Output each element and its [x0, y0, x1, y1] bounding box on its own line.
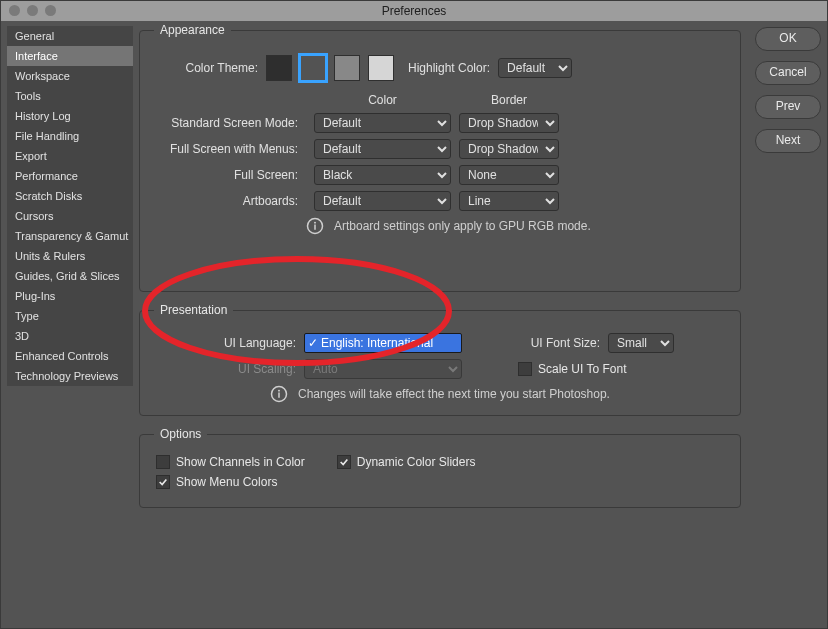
appearance-group: Appearance Color Theme: Highlight Color:… — [139, 30, 741, 292]
checkmark-icon: ✓ — [305, 336, 321, 350]
presentation-group: Presentation UI Language: ✓ English: Int… — [139, 310, 741, 416]
fullscreen-menus-color-select[interactable]: Default — [314, 139, 451, 159]
svg-point-1 — [314, 222, 316, 224]
sidebar-item-interface[interactable]: Interface — [7, 46, 133, 66]
color-theme-swatch-2[interactable] — [334, 55, 360, 81]
standard-screen-label: Standard Screen Mode: — [156, 116, 306, 130]
title-bar: Preferences — [1, 1, 827, 21]
category-sidebar: GeneralInterfaceWorkspaceToolsHistory Lo… — [7, 26, 133, 386]
sidebar-item-tools[interactable]: Tools — [7, 86, 133, 106]
fullscreen-label: Full Screen: — [156, 168, 306, 182]
zoom-window-button[interactable] — [45, 5, 56, 16]
options-group: Options Show Channels in Color Dynamic C… — [139, 434, 741, 508]
sidebar-item-type[interactable]: Type — [7, 306, 133, 326]
ui-language-label: UI Language: — [156, 336, 304, 350]
ui-language-value: English: International — [321, 336, 433, 350]
color-theme-label: Color Theme: — [156, 61, 266, 75]
sidebar-item-general[interactable]: General — [7, 26, 133, 46]
info-icon — [270, 385, 288, 403]
sidebar-item-3d[interactable]: 3D — [7, 326, 133, 346]
scale-ui-checkbox[interactable] — [518, 362, 532, 376]
sidebar-item-guides-grid-slices[interactable]: Guides, Grid & Slices — [7, 266, 133, 286]
fullscreen-color-select[interactable]: Black — [314, 165, 451, 185]
fullscreen-menus-border-select[interactable]: Drop Shadow — [459, 139, 559, 159]
sidebar-item-cursors[interactable]: Cursors — [7, 206, 133, 226]
highlight-color-label: Highlight Color: — [408, 61, 498, 75]
sidebar-item-history-log[interactable]: History Log — [7, 106, 133, 126]
fullscreen-menus-label: Full Screen with Menus: — [156, 142, 306, 156]
svg-point-4 — [278, 390, 280, 392]
ui-language-select[interactable]: ✓ English: International — [304, 333, 462, 353]
sidebar-item-workspace[interactable]: Workspace — [7, 66, 133, 86]
ui-scaling-select: Auto — [304, 359, 462, 379]
svg-rect-2 — [314, 225, 316, 230]
scale-ui-label: Scale UI To Font — [538, 362, 627, 376]
artboards-label: Artboards: — [156, 194, 306, 208]
color-column-header: Color — [314, 93, 451, 107]
border-column-header: Border — [459, 93, 559, 107]
show-menu-colors-label: Show Menu Colors — [176, 475, 277, 489]
sidebar-item-performance[interactable]: Performance — [7, 166, 133, 186]
sidebar-item-export[interactable]: Export — [7, 146, 133, 166]
sidebar-item-plug-ins[interactable]: Plug-Ins — [7, 286, 133, 306]
highlight-color-select[interactable]: Default — [498, 58, 572, 78]
color-theme-swatch-3[interactable] — [368, 55, 394, 81]
restart-note-text: Changes will take effect the next time y… — [298, 387, 610, 401]
options-legend: Options — [154, 427, 207, 441]
presentation-legend: Presentation — [154, 303, 233, 317]
minimize-window-button[interactable] — [27, 5, 38, 16]
ui-font-size-label: UI Font Size: — [490, 336, 608, 350]
close-window-button[interactable] — [9, 5, 20, 16]
appearance-legend: Appearance — [154, 23, 231, 37]
ui-scaling-label: UI Scaling: — [156, 362, 304, 376]
standard-screen-border-select[interactable]: Drop Shadow — [459, 113, 559, 133]
artboards-border-select[interactable]: Line — [459, 191, 559, 211]
sidebar-item-transparency-gamut[interactable]: Transparency & Gamut — [7, 226, 133, 246]
sidebar-item-units-rulers[interactable]: Units & Rulers — [7, 246, 133, 266]
sidebar-item-enhanced-controls[interactable]: Enhanced Controls — [7, 346, 133, 366]
color-theme-swatch-1[interactable] — [300, 55, 326, 81]
artboards-color-select[interactable]: Default — [314, 191, 451, 211]
show-channels-checkbox[interactable] — [156, 455, 170, 469]
artboard-note-text: Artboard settings only apply to GPU RGB … — [334, 219, 591, 233]
show-menu-colors-checkbox[interactable] — [156, 475, 170, 489]
info-icon — [306, 217, 324, 235]
preferences-window: Preferences OK Cancel Prev Next GeneralI… — [0, 0, 828, 629]
sidebar-item-scratch-disks[interactable]: Scratch Disks — [7, 186, 133, 206]
sidebar-item-file-handling[interactable]: File Handling — [7, 126, 133, 146]
dynamic-sliders-checkbox[interactable] — [337, 455, 351, 469]
window-controls — [9, 5, 56, 17]
color-theme-swatches — [266, 55, 394, 81]
svg-rect-5 — [278, 393, 280, 398]
standard-screen-color-select[interactable]: Default — [314, 113, 451, 133]
show-channels-label: Show Channels in Color — [176, 455, 305, 469]
sidebar-item-technology-previews[interactable]: Technology Previews — [7, 366, 133, 386]
fullscreen-border-select[interactable]: None — [459, 165, 559, 185]
window-title: Preferences — [382, 4, 447, 18]
dynamic-sliders-label: Dynamic Color Sliders — [357, 455, 476, 469]
color-theme-swatch-0[interactable] — [266, 55, 292, 81]
ui-font-size-select[interactable]: Small — [608, 333, 674, 353]
